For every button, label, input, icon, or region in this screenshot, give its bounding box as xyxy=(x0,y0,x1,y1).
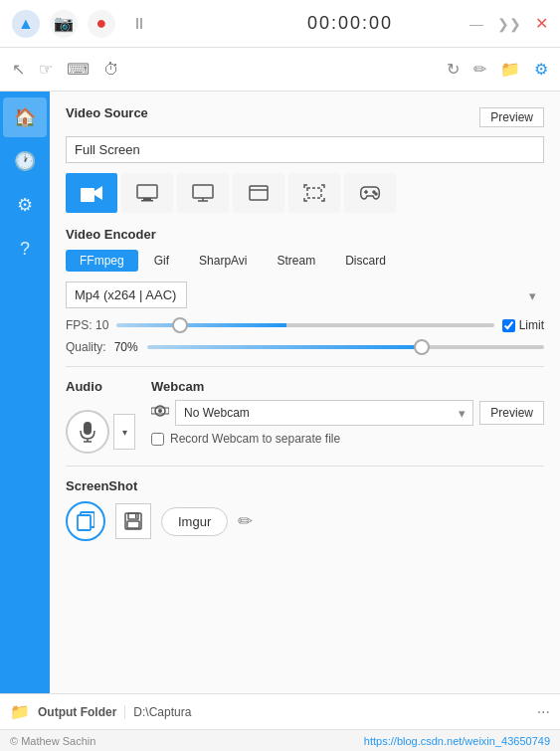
divider-1 xyxy=(66,366,544,367)
audio-dropdown-button[interactable]: ▾ xyxy=(113,414,135,450)
camera-button[interactable]: 📷 xyxy=(50,10,78,38)
screenshot-copy-button[interactable] xyxy=(66,501,105,541)
quality-row: Quality: 70% xyxy=(66,340,544,354)
more-button[interactable]: ··· xyxy=(537,703,550,721)
title-bar-right: — ❯❯ ✕ xyxy=(469,14,548,33)
audio-title: Audio xyxy=(66,379,135,394)
svg-point-19 xyxy=(158,409,162,413)
source-display-button[interactable] xyxy=(177,173,229,213)
copyright-text: © Mathew Sachin xyxy=(10,735,95,747)
output-folder-label: Output Folder xyxy=(38,705,116,719)
limit-checkbox[interactable] xyxy=(502,319,515,332)
sidebar-item-settings[interactable]: ⚙ xyxy=(3,185,47,225)
title-bar-left: ▲ 📷 ● ⏸ xyxy=(12,10,231,38)
sidebar-item-home[interactable]: 🏠 xyxy=(3,97,47,137)
quality-label: Quality: xyxy=(66,340,106,354)
screenshot-save-button[interactable] xyxy=(115,503,151,539)
svg-rect-25 xyxy=(135,514,137,518)
sidebar-item-help[interactable]: ? xyxy=(3,229,47,269)
folder-icon[interactable]: 📁 xyxy=(500,60,520,79)
source-input[interactable] xyxy=(66,136,544,163)
minimize-button[interactable]: — xyxy=(469,16,483,32)
main-area: 🏠 🕐 ⚙ ? Video Source Preview xyxy=(0,92,560,693)
svg-rect-24 xyxy=(127,521,139,528)
fps-slider[interactable] xyxy=(116,323,493,327)
pen-icon[interactable]: ✏ xyxy=(473,60,486,79)
webcam-separate-checkbox[interactable] xyxy=(151,433,164,446)
svg-rect-3 xyxy=(143,198,151,200)
keyboard-icon[interactable]: ⌨ xyxy=(67,60,90,79)
screenshot-edit-icon[interactable]: ✏ xyxy=(238,510,253,532)
audio-webcam-row: Audio ▾ Webcam xyxy=(66,379,544,454)
source-region-button[interactable] xyxy=(288,173,340,213)
source-camera-button[interactable] xyxy=(66,173,117,213)
video-source-header: Video Source Preview xyxy=(66,105,544,128)
svg-rect-21 xyxy=(78,515,91,530)
tab-ffmpeg[interactable]: FFmpeg xyxy=(66,250,138,272)
settings-icon[interactable]: ⚙ xyxy=(534,60,548,79)
output-path: D:\Captura xyxy=(124,705,528,719)
quality-slider[interactable] xyxy=(147,345,544,349)
encoder-tabs: FFmpeg Gif SharpAvi Stream Discard xyxy=(66,250,544,272)
refresh-icon[interactable]: ↻ xyxy=(447,60,460,79)
screenshot-imgur-button[interactable]: Imgur xyxy=(161,507,228,536)
toolbar-right: ↻ ✏ 📁 ⚙ xyxy=(447,60,548,79)
video-source-title: Video Source xyxy=(66,105,148,120)
bottom-bar: 📁 Output Folder D:\Captura ··· xyxy=(0,693,560,729)
audio-section: Audio ▾ xyxy=(66,379,135,454)
link-text[interactable]: https://blog.csdn.net/weixin_43650749 xyxy=(364,735,550,747)
webcam-section: Webcam No Webcam Preview xyxy=(151,379,544,454)
svg-rect-10 xyxy=(307,188,321,198)
timer-display: 00:00:00 xyxy=(241,13,460,34)
screenshot-section: ScreenShot Imgur ✏ xyxy=(66,478,544,541)
format-select[interactable]: Mp4 (x264 | AAC) Avi Mkv Webm xyxy=(66,282,187,308)
svg-point-13 xyxy=(373,191,375,193)
limit-label: Limit xyxy=(519,318,544,332)
maximize-button[interactable]: ❯❯ xyxy=(497,16,521,32)
quality-value: 70% xyxy=(114,340,139,354)
fps-label: FPS: 10 xyxy=(66,318,108,332)
webcam-title: Webcam xyxy=(151,379,544,394)
cursor-icon[interactable]: ↖ xyxy=(12,60,25,79)
source-monitor-button[interactable] xyxy=(121,173,173,213)
video-source-preview-button[interactable]: Preview xyxy=(479,107,544,127)
fps-row: FPS: 10 Limit xyxy=(66,318,544,332)
limit-check: Limit xyxy=(502,318,544,332)
format-select-wrapper: Mp4 (x264 | AAC) Avi Mkv Webm xyxy=(66,282,544,308)
timer-icon[interactable]: ⏱ xyxy=(103,61,119,79)
svg-rect-8 xyxy=(250,186,268,200)
toolbar: ↖ ☞ ⌨ ⏱ ↻ ✏ 📁 ⚙ xyxy=(0,48,560,92)
svg-point-14 xyxy=(375,193,377,195)
content-area: Video Source Preview xyxy=(50,92,560,693)
screenshot-title: ScreenShot xyxy=(66,478,544,493)
svg-marker-1 xyxy=(94,186,102,200)
screenshot-buttons: Imgur ✏ xyxy=(66,501,544,541)
webcam-preview-button[interactable]: Preview xyxy=(479,401,544,425)
divider-2 xyxy=(66,466,544,467)
video-encoder-title: Video Encoder xyxy=(66,227,544,242)
svg-rect-2 xyxy=(137,185,157,198)
svg-rect-5 xyxy=(193,185,213,198)
status-bar: © Mathew Sachin https://blog.csdn.net/we… xyxy=(0,729,560,751)
source-window-button[interactable] xyxy=(233,173,284,213)
hand-icon[interactable]: ☞ xyxy=(39,60,53,79)
record-button[interactable]: ● xyxy=(88,10,115,38)
tab-sharpavi[interactable]: SharpAvi xyxy=(185,250,261,272)
webcam-icon xyxy=(151,404,169,422)
audio-mic-button[interactable] xyxy=(66,410,109,454)
tab-discard[interactable]: Discard xyxy=(331,250,400,272)
tab-stream[interactable]: Stream xyxy=(264,250,330,272)
pause-button[interactable]: ⏸ xyxy=(125,10,153,38)
webcam-checkbox-row: Record Webcam to separate file xyxy=(151,432,544,446)
up-button[interactable]: ▲ xyxy=(12,10,40,38)
webcam-select[interactable]: No Webcam xyxy=(175,400,473,426)
svg-rect-0 xyxy=(81,188,94,202)
source-gamepad-button[interactable] xyxy=(344,173,396,213)
close-button[interactable]: ✕ xyxy=(535,14,548,33)
toolbar-left: ↖ ☞ ⌨ ⏱ xyxy=(12,60,433,79)
webcam-separate-label: Record Webcam to separate file xyxy=(170,432,340,446)
tab-gif[interactable]: Gif xyxy=(140,250,183,272)
sidebar-item-history[interactable]: 🕐 xyxy=(3,141,47,181)
video-encoder-section: Video Encoder FFmpeg Gif SharpAvi Stream… xyxy=(66,227,544,354)
svg-rect-4 xyxy=(141,200,153,202)
